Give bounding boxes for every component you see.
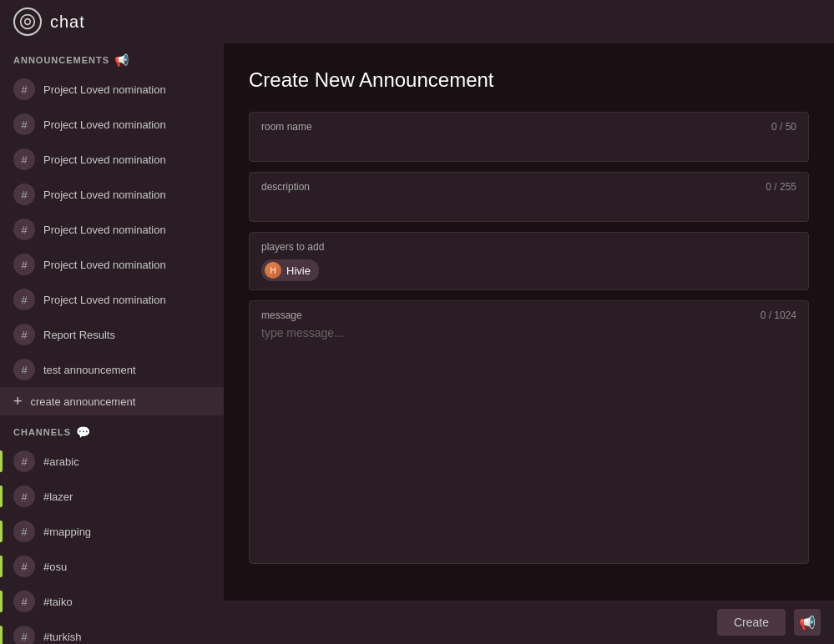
players-label: players to add [261, 241, 796, 253]
sidebar-item-label: test announcement [43, 364, 210, 376]
form-area: Create New Announcement room name 0 / 50… [224, 43, 834, 601]
message-label: message [261, 309, 302, 321]
room-name-label: room name [261, 121, 312, 133]
announcement-item-6[interactable]: # Project Loved nomination [0, 247, 224, 282]
channel-mapping[interactable]: # #mapping [0, 514, 224, 549]
announcement-item-7[interactable]: # Project Loved nomination [0, 282, 224, 317]
unread-indicator [0, 626, 3, 644]
player-tag-hivie[interactable]: H Hivie [261, 259, 319, 281]
player-avatar-letter: H [270, 266, 275, 275]
announce-icon-button[interactable]: 📢 [794, 609, 821, 636]
room-name-header: room name 0 / 50 [261, 121, 796, 133]
announcements-section-header: ANNOUNCEMENTS 📢 [0, 43, 224, 72]
message-header: message 0 / 1024 [250, 301, 808, 326]
svg-point-0 [21, 15, 35, 29]
create-button[interactable]: Create [717, 609, 786, 636]
players-tags-area: H Hivie [261, 259, 796, 281]
message-textarea[interactable] [250, 326, 808, 560]
room-name-input[interactable] [261, 138, 796, 152]
main-layout: ANNOUNCEMENTS 📢 # Project Loved nominati… [0, 43, 834, 644]
announcement-item-1[interactable]: # Project Loved nomination [0, 72, 224, 107]
hash-icon: # [13, 450, 35, 472]
announcement-item-report[interactable]: # Report Results [0, 317, 224, 352]
create-announcement-item[interactable]: + create announcement [0, 387, 224, 415]
announcement-item-5[interactable]: # Project Loved nomination [0, 212, 224, 247]
channel-arabic[interactable]: # #arabic [0, 444, 224, 479]
hash-icon: # [13, 113, 35, 135]
sidebar-item-label: Project Loved nomination [43, 294, 210, 306]
hash-icon: # [13, 324, 35, 345]
chat-logo [13, 8, 42, 36]
channels-label: CHANNELS [13, 427, 71, 437]
channels-icon: 💬 [76, 425, 91, 439]
hash-icon: # [13, 254, 35, 275]
description-header: description 0 / 255 [261, 181, 796, 193]
unread-indicator [0, 450, 3, 472]
announcement-item-3[interactable]: # Project Loved nomination [0, 142, 224, 177]
hash-icon: # [13, 289, 35, 310]
hash-icon: # [13, 521, 35, 542]
sidebar-item-label: Project Loved nomination [43, 153, 210, 166]
channel-arabic-label: #arabic [43, 455, 210, 468]
app-title: chat [50, 13, 85, 32]
sidebar-item-label: Project Loved nomination [43, 118, 210, 131]
sidebar-item-label: Project Loved nomination [43, 189, 210, 201]
channel-turkish[interactable]: # #turkish [0, 619, 224, 644]
room-name-field: room name 0 / 50 [249, 112, 809, 162]
channel-osu[interactable]: # #osu [0, 549, 224, 584]
topbar: chat [0, 0, 834, 43]
unread-indicator [0, 521, 3, 542]
description-counter: 0 / 255 [766, 181, 796, 193]
room-name-counter: 0 / 50 [771, 121, 796, 133]
message-field: message 0 / 1024 [249, 300, 809, 564]
form-title: Create New Announcement [249, 68, 809, 92]
player-name: Hivie [286, 264, 311, 277]
description-input[interactable] [261, 199, 796, 212]
announcement-item-4[interactable]: # Project Loved nomination [0, 177, 224, 212]
description-label: description [261, 181, 310, 193]
message-counter: 0 / 1024 [761, 309, 796, 321]
announce-icon: 📢 [799, 615, 816, 631]
sidebar-item-label: Report Results [43, 329, 210, 341]
channel-taiko-label: #taiko [43, 596, 210, 608]
player-avatar: H [265, 262, 281, 279]
sidebar-item-label: Project Loved nomination [43, 259, 210, 271]
players-field: players to add H Hivie [249, 232, 809, 290]
hash-icon: # [13, 556, 35, 577]
channel-lazer[interactable]: # #lazer [0, 479, 224, 514]
channels-section-header: CHANNELS 💬 [0, 415, 224, 444]
hash-icon: # [13, 184, 35, 205]
announcements-icon: 📢 [114, 53, 129, 67]
hash-icon: # [13, 486, 35, 507]
hash-icon: # [13, 626, 35, 644]
hash-icon: # [13, 359, 35, 380]
main-content: Create New Announcement room name 0 / 50… [224, 43, 834, 644]
channel-osu-label: #osu [43, 561, 210, 573]
hash-icon: # [13, 78, 35, 100]
hash-icon: # [13, 591, 35, 612]
hash-icon: # [13, 219, 35, 240]
unread-indicator [0, 486, 3, 507]
unread-indicator [0, 591, 3, 612]
channel-turkish-label: #turkish [43, 631, 210, 643]
footer-bar: Create 📢 [224, 601, 834, 644]
channel-taiko[interactable]: # #taiko [0, 584, 224, 619]
plus-icon: + [13, 394, 23, 409]
announcements-label: ANNOUNCEMENTS [13, 55, 109, 65]
channel-mapping-label: #mapping [43, 526, 210, 538]
create-announcement-label: create announcement [31, 395, 210, 408]
unread-indicator [0, 556, 3, 577]
sidebar: ANNOUNCEMENTS 📢 # Project Loved nominati… [0, 43, 224, 644]
svg-point-1 [25, 19, 31, 25]
sidebar-item-label: Project Loved nomination [43, 83, 210, 96]
announcement-item-2[interactable]: # Project Loved nomination [0, 107, 224, 142]
hash-icon: # [13, 148, 35, 170]
announcement-item-test[interactable]: # test announcement [0, 352, 224, 387]
sidebar-item-label: Project Loved nomination [43, 224, 210, 236]
description-field: description 0 / 255 [249, 172, 809, 222]
channel-lazer-label: #lazer [43, 491, 210, 503]
